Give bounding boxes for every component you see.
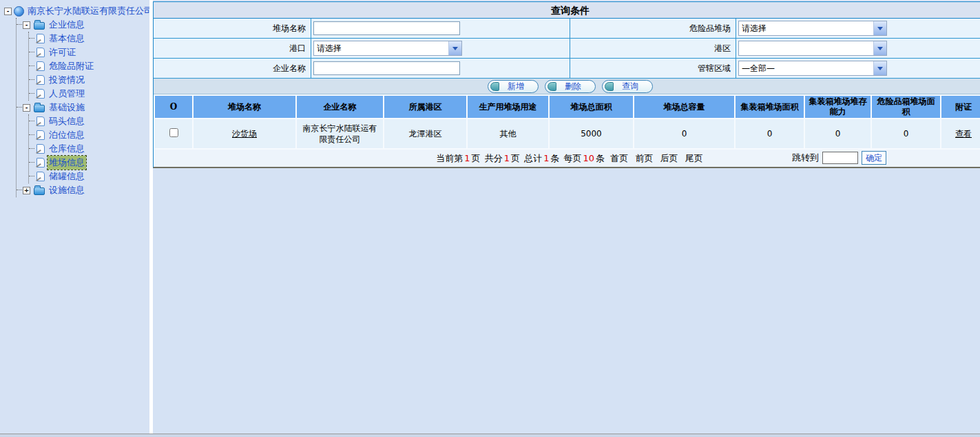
pager-text: 每页 [564, 153, 582, 163]
select-all-icon[interactable]: O [155, 96, 192, 118]
jump-to-label: 跳转到 [792, 152, 819, 164]
tree-item-yard-selected[interactable]: 堆场信息 [29, 156, 148, 170]
tree-item-label[interactable]: 基本信息 [48, 32, 86, 45]
yard-name-label: 堆场名称 [154, 19, 311, 39]
tree-item-warehouse[interactable]: 仓库信息 [29, 142, 148, 156]
first-page-link[interactable]: 首页 [610, 153, 628, 163]
tree-root-company[interactable]: - 南京长宁水陆联运有限责任公司 [4, 4, 148, 18]
main-content: 查询条件 堆场名称 危险品堆场 请选择 港口 请选择 [153, 0, 980, 437]
tree-item-dangerous-cert[interactable]: 危险品附证 [29, 59, 148, 73]
tree-item-label[interactable]: 投资情况 [48, 73, 86, 87]
table-header-row: O 堆场名称 企业名称 所属港区 生产用堆场用途 堆场总面积 堆场总容量 集装箱… [155, 96, 980, 118]
row-checkbox[interactable] [169, 128, 178, 137]
chevron-down-icon[interactable] [873, 41, 886, 55]
tree-item-license[interactable]: 许可证 [29, 45, 148, 59]
cell-dangerous-area: 0 [872, 119, 940, 148]
tree-root-label[interactable]: 南京长宁水陆联运有限责任公司 [26, 4, 153, 18]
col-header-port-area: 所属港区 [384, 96, 466, 118]
tree-item-label[interactable]: 人员管理 [48, 87, 86, 101]
expand-icon[interactable]: + [23, 187, 30, 194]
tree-node-company-info[interactable]: - 企业信息 [17, 18, 148, 32]
jump-page-input[interactable] [822, 152, 858, 164]
cell-port-area: 龙潭港区 [384, 119, 466, 148]
tree-item-label-selected[interactable]: 堆场信息 [48, 156, 86, 170]
button-cap-icon [548, 82, 556, 91]
document-icon [37, 61, 45, 71]
folder-icon [34, 105, 45, 112]
tree-level-1: - 企业信息 基本信息 许可证 危险品附证 [16, 18, 148, 197]
cell-total-capacity: 0 [634, 119, 734, 148]
button-cap-icon [605, 82, 614, 91]
pager-text: 页 [472, 153, 481, 163]
navigation-tree: - 南京长宁水陆联运有限责任公司 - 企业信息 基本信息 许可证 [0, 0, 153, 437]
cell-container-area: 0 [736, 119, 804, 148]
document-icon [37, 172, 45, 181]
tree-node-facility[interactable]: + 设施信息 [17, 183, 148, 197]
pager-total-items: 1 [543, 153, 549, 163]
status-bar [0, 434, 980, 437]
document-icon [37, 158, 45, 167]
tree-node-label[interactable]: 基础设施 [48, 101, 86, 114]
tree-item-personnel[interactable]: 人员管理 [29, 87, 148, 101]
tree-node-label[interactable]: 设施信息 [48, 183, 86, 197]
dangerous-yard-select-value: 请选择 [739, 23, 873, 34]
col-header-yard-name: 堆场名称 [194, 96, 295, 118]
yard-name-input[interactable] [313, 21, 460, 35]
jurisdiction-select-value: —全部— [739, 63, 873, 74]
yard-name-link[interactable]: 沙货场 [232, 129, 257, 139]
button-cap-icon [490, 82, 499, 91]
tree-item-berth[interactable]: 泊位信息 [29, 128, 148, 142]
tree-item-label[interactable]: 仓库信息 [48, 142, 86, 156]
add-button[interactable]: 新增 [488, 80, 539, 93]
collapse-icon[interactable]: - [4, 8, 12, 15]
tree-item-tank[interactable]: 储罐信息 [29, 170, 148, 183]
pager-text: 总计 [524, 153, 542, 163]
company-name-label: 企业名称 [154, 59, 311, 79]
tree-item-label[interactable]: 泊位信息 [48, 128, 86, 142]
collapse-icon[interactable]: - [23, 21, 30, 29]
collapse-icon[interactable]: - [23, 104, 30, 112]
tree-item-investment[interactable]: 投资情况 [29, 73, 148, 87]
search-button[interactable]: 查询 [602, 80, 653, 93]
tree-node-label[interactable]: 企业信息 [48, 18, 86, 32]
dangerous-yard-select[interactable]: 请选择 [738, 21, 887, 36]
prev-page-link[interactable]: 前页 [635, 153, 653, 163]
col-header-usage: 生产用堆场用途 [468, 96, 548, 118]
cell-company-name: 南京长宁水陆联运有限责任公司 [297, 119, 383, 148]
pager-text: 共分 [485, 153, 503, 163]
chevron-down-icon[interactable] [873, 61, 886, 75]
col-header-attachment: 附证 [941, 96, 980, 118]
tree-item-wharf[interactable]: 码头信息 [29, 114, 148, 128]
next-page-link[interactable]: 后页 [660, 153, 678, 163]
page-jump-group: 跳转到 确定 [792, 151, 886, 165]
confirm-button[interactable]: 确定 [862, 151, 886, 165]
view-attachment-link[interactable]: 查看 [955, 129, 972, 139]
query-form: 堆场名称 危险品堆场 请选择 港口 请选择 [154, 19, 980, 79]
port-select[interactable]: 请选择 [313, 41, 462, 56]
port-area-select[interactable] [738, 41, 887, 56]
chevron-down-icon[interactable] [448, 41, 461, 55]
tree-infrastructure-children: 码头信息 泊位信息 仓库信息 堆场信息 储罐信息 [28, 114, 148, 183]
add-button-label: 新增 [508, 81, 524, 92]
last-page-link[interactable]: 尾页 [685, 153, 703, 163]
tree-item-label[interactable]: 危险品附证 [48, 59, 95, 73]
pagination-bar: 当前第1页 共分1页 总计1条 每页10条 首页 前页 后页 尾页 跳转到 确定 [154, 150, 980, 167]
action-button-bar: 新增 删除 查询 [154, 79, 980, 94]
document-icon [37, 75, 45, 85]
col-header-total-capacity: 堆场总容量 [634, 96, 734, 118]
pager-text: 页 [511, 153, 520, 163]
search-button-label: 查询 [622, 81, 638, 92]
tree-company-info-children: 基本信息 许可证 危险品附证 投资情况 人员管理 [28, 32, 148, 101]
pager-text: 当前第 [436, 153, 463, 163]
delete-button[interactable]: 删除 [545, 80, 596, 93]
tree-item-basic-info[interactable]: 基本信息 [29, 32, 148, 45]
tree-item-label[interactable]: 码头信息 [48, 114, 86, 128]
pager-current-page: 1 [464, 153, 470, 163]
company-name-input[interactable] [313, 61, 460, 75]
jurisdiction-select[interactable]: —全部— [738, 61, 887, 76]
tree-item-label[interactable]: 许可证 [48, 45, 77, 59]
chevron-down-icon[interactable] [873, 21, 886, 35]
tree-item-label[interactable]: 储罐信息 [48, 170, 86, 183]
tree-node-infrastructure[interactable]: - 基础设施 [17, 101, 148, 114]
app-window: - 南京长宁水陆联运有限责任公司 - 企业信息 基本信息 许可证 [0, 0, 980, 437]
